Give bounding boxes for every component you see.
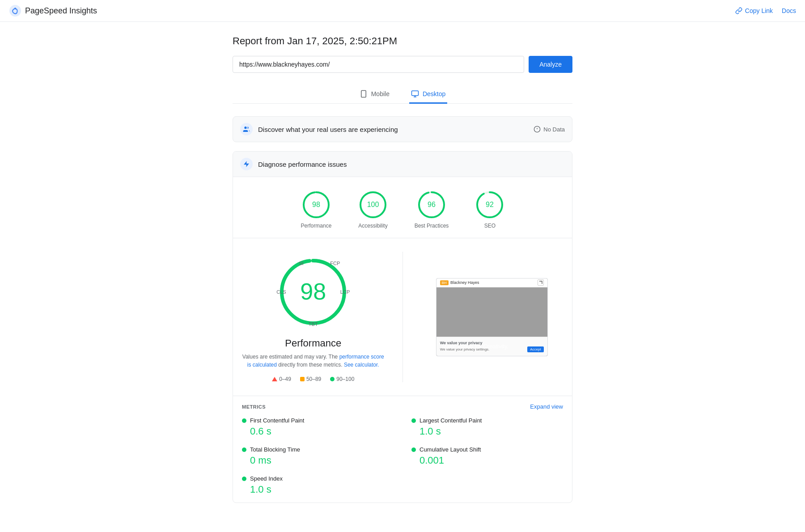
score-accessibility: 100 Accessibility — [358, 190, 387, 229]
metrics-title: METRICS — [242, 404, 266, 410]
perf-detail-section: 98 SI FCP LCP CLS TBT Performance Values… — [233, 238, 572, 396]
score-circle-seo-svg: 92 — [475, 190, 504, 219]
svg-text:96: 96 — [428, 201, 436, 208]
svg-point-1 — [14, 8, 16, 9]
score-seo: 92 SEO — [475, 190, 504, 229]
tab-desktop[interactable]: Desktop — [409, 85, 447, 104]
diagnose-section: Diagnose performance issues 98 Performan… — [233, 151, 572, 503]
mobile-icon — [360, 90, 368, 98]
metric-tbt-name: Total Blocking Time — [250, 446, 300, 453]
metric-lcp: Largest Contentful Paint 1.0 s — [411, 417, 563, 437]
score-best-practices: 96 Best Practices — [415, 190, 449, 229]
metric-si-value: 1.0 s — [242, 484, 394, 495]
score-circle-best-practices-svg: 96 — [417, 190, 446, 219]
svg-point-7 — [244, 127, 246, 129]
real-users-title: Discover what your real users are experi… — [258, 126, 398, 133]
expand-view-button[interactable]: Expand view — [530, 403, 563, 410]
score-circle-performance-svg: 98 — [302, 190, 330, 219]
perf-gauge-title: Performance — [285, 338, 341, 349]
tab-mobile-label: Mobile — [371, 90, 390, 97]
app-title: PageSpeed Insights — [25, 6, 97, 16]
score-performance-label: Performance — [301, 223, 332, 229]
metric-fcp-dot — [242, 418, 246, 423]
svg-text:100: 100 — [367, 201, 379, 208]
score-circles: 98 Performance 100 Accessibility 96 Bes — [233, 177, 572, 238]
average-icon — [300, 377, 305, 381]
metric-tbt: Total Blocking Time 0 ms — [242, 446, 394, 466]
thumbnail-header: BH Blackney Hayes — [436, 279, 547, 287]
metrics-section: METRICS Expand view First Contentful Pai… — [233, 396, 572, 502]
pass-icon — [330, 377, 335, 381]
thumbnail-privacy-overlay: We value your privacy We value your priv… — [436, 337, 547, 356]
metric-si-dot — [242, 477, 246, 481]
analyze-button[interactable]: Analyze — [529, 56, 572, 73]
metric-cls-dot — [411, 448, 416, 452]
perf-gauge-area: 98 SI FCP LCP CLS TBT Performance Values… — [242, 252, 385, 382]
url-input[interactable] — [233, 56, 524, 73]
copy-link-button[interactable]: Copy Link — [735, 7, 773, 14]
score-circle-accessibility-svg: 100 — [359, 190, 387, 219]
docs-link[interactable]: Docs — [782, 7, 796, 14]
diagnose-title: Diagnose performance issues — [258, 160, 347, 168]
legend-pass: 90–100 — [330, 376, 354, 382]
legend-average: 50–89 — [300, 376, 321, 382]
svg-rect-4 — [411, 91, 418, 96]
thumbnail-logo: BH — [440, 280, 449, 285]
site-screenshot-area: BH Blackney Hayes Make space for Creativ… — [421, 252, 564, 382]
metrics-header: METRICS Expand view — [242, 403, 563, 410]
thumbnail-expand-icon — [538, 279, 544, 286]
site-thumbnail: BH Blackney Hayes Make space for Creativ… — [436, 278, 548, 356]
users-icon — [243, 126, 250, 133]
metric-cls-name: Cumulative Layout Shift — [419, 446, 481, 453]
report-title: Report from Jan 17, 2025, 2:50:21PM — [233, 35, 572, 47]
metric-si: Speed Index 1.0 s — [242, 475, 394, 495]
score-performance: 98 Performance — [301, 190, 332, 229]
pagespeed-logo-icon — [9, 4, 21, 17]
metric-lcp-dot — [411, 418, 416, 423]
svg-point-0 — [9, 5, 21, 17]
header: PageSpeed Insights Copy Link Docs — [0, 0, 805, 22]
svg-marker-11 — [244, 161, 249, 167]
tab-mobile[interactable]: Mobile — [358, 85, 391, 104]
perf-note: Values are estimated and may vary. The p… — [242, 353, 385, 369]
url-bar: Analyze — [233, 56, 572, 73]
tabs: Mobile Desktop — [233, 85, 572, 104]
expand-icon — [539, 281, 542, 284]
info-icon — [534, 126, 541, 133]
diagnose-header: Diagnose performance issues — [233, 152, 572, 177]
legend-average-label: 50–89 — [306, 376, 321, 382]
metric-fcp-name: First Contentful Paint — [250, 417, 304, 424]
thumbnail-brand: Blackney Hayes — [450, 280, 536, 285]
metric-tbt-value: 0 ms — [242, 455, 394, 466]
score-accessibility-label: Accessibility — [358, 223, 387, 229]
desktop-icon — [411, 90, 419, 98]
svg-text:92: 92 — [486, 201, 494, 208]
score-best-practices-label: Best Practices — [415, 223, 449, 229]
no-data-badge: No Data — [534, 126, 565, 133]
real-users-section: Discover what your real users are experi… — [233, 116, 572, 142]
privacy-text: We value your privacy — [440, 341, 544, 345]
metric-tbt-dot — [242, 448, 246, 452]
accept-button[interactable]: Accept — [527, 346, 543, 352]
metric-fcp: First Contentful Paint 0.6 s — [242, 417, 394, 437]
legend-fail-label: 0–49 — [279, 376, 291, 382]
metric-lcp-name: Largest Contentful Paint — [419, 417, 482, 424]
real-users-icon — [240, 123, 253, 135]
diagnose-icon — [240, 158, 253, 170]
divider — [402, 252, 403, 382]
metric-fcp-value: 0.6 s — [242, 426, 394, 437]
metric-si-name: Speed Index — [250, 475, 283, 482]
svg-text:98: 98 — [312, 201, 320, 208]
lightning-icon — [243, 160, 250, 168]
metric-lcp-value: 1.0 s — [411, 426, 563, 437]
tab-desktop-label: Desktop — [423, 90, 445, 97]
legend: 0–49 50–89 90–100 — [272, 376, 354, 382]
link-icon — [735, 7, 742, 14]
metric-cls-value: 0.001 — [411, 455, 563, 466]
privacy-desc: We value your privacy settings. — [440, 347, 490, 351]
gauge-container: 98 SI FCP LCP CLS TBT — [273, 252, 353, 332]
legend-fail: 0–49 — [272, 376, 291, 382]
calculator-link[interactable]: See calculator. — [344, 362, 379, 368]
metrics-grid: First Contentful Paint 0.6 s Largest Con… — [242, 417, 563, 495]
fail-icon — [272, 377, 277, 381]
